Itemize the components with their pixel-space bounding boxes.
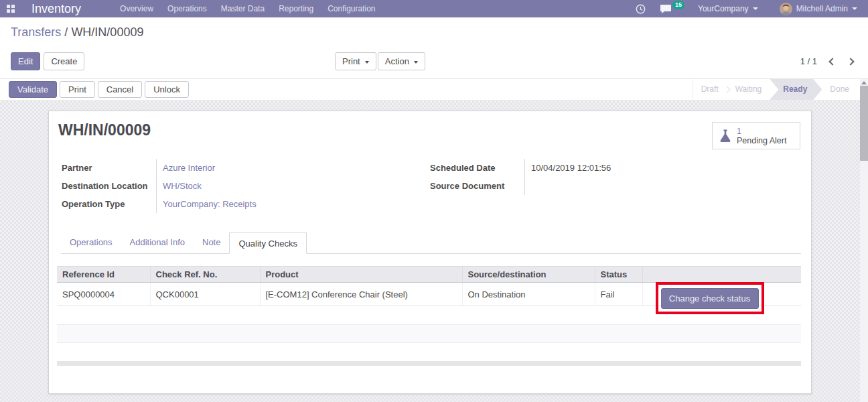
field-operation-type-value[interactable]: YourCompany: Receipts <box>156 195 410 213</box>
field-operation-type-label: Operation Type <box>62 195 156 213</box>
scrollbar-thumb[interactable] <box>860 86 868 161</box>
menu-overview[interactable]: Overview <box>120 4 153 13</box>
print-button[interactable]: Print <box>60 81 95 98</box>
field-destination-location-label: Destination Location <box>62 177 156 195</box>
pending-alert-stat-button[interactable]: 1 Pending Alert <box>712 122 800 149</box>
chevron-down-icon <box>753 7 758 13</box>
print-dropdown-button[interactable]: Print <box>335 52 376 70</box>
status-step-ready[interactable]: Ready <box>770 79 822 100</box>
pending-alert-label: Pending Alert <box>737 136 786 145</box>
column-header-actions <box>642 267 801 283</box>
empty-table-row <box>57 325 801 343</box>
table-row[interactable]: SPQ0000004 QCK00001 [E-COM12] Conference… <box>57 283 801 306</box>
breadcrumb-separator: / <box>61 25 71 39</box>
form-statusbar: Validate Print Cancel Unlock Draft Waiti… <box>0 79 860 100</box>
column-header-product[interactable]: Product <box>260 267 462 283</box>
pager: 1 / 1 <box>800 52 853 70</box>
unlock-button[interactable]: Unlock <box>145 81 189 98</box>
avatar <box>780 3 792 15</box>
table-header-row: Reference Id Check Ref. No. Product Sour… <box>57 267 801 283</box>
flask-icon <box>720 129 731 142</box>
apps-menu-icon[interactable] <box>7 5 15 13</box>
status-step-draft[interactable]: Draft <box>693 79 727 100</box>
cell-product: [E-COM12] Conference Chair (Steel) <box>260 283 462 306</box>
pager-next-icon[interactable] <box>847 58 854 65</box>
field-destination-location-value[interactable]: WH/Stock <box>156 177 410 195</box>
chevron-down-icon <box>852 7 857 13</box>
control-panel: Transfers / WH/IN/00009 Edit Create Prin… <box>0 17 868 79</box>
menu-reporting[interactable]: Reporting <box>279 4 313 13</box>
cell-check-ref-no: QCK00001 <box>150 283 260 306</box>
column-header-check-ref-no[interactable]: Check Ref. No. <box>150 267 260 283</box>
breadcrumb-current: WH/IN/00009 <box>71 25 143 39</box>
cell-status: Fail <box>595 283 642 306</box>
action-dropdown-button[interactable]: Action <box>378 52 425 70</box>
table-horizontal-scrollbar[interactable] <box>57 361 801 366</box>
messages-icon[interactable]: 15 <box>660 4 672 14</box>
menu-operations[interactable]: Operations <box>167 4 207 13</box>
create-button[interactable]: Create <box>44 52 84 70</box>
change-check-status-button[interactable]: Change check status <box>661 288 759 309</box>
pager-value: 1 / 1 <box>800 56 817 66</box>
status-pipeline: Draft Waiting Ready Done <box>693 79 860 100</box>
chevron-down-icon <box>365 61 369 66</box>
top-navbar: Inventory Overview Operations Master Dat… <box>0 0 868 17</box>
field-scheduled-date-value: 10/04/2019 12:01:56 <box>524 159 791 177</box>
column-header-status[interactable]: Status <box>595 267 642 283</box>
cell-reference-id: SPQ0000004 <box>57 283 150 306</box>
quality-checks-table: Reference Id Check Ref. No. Product Sour… <box>57 266 801 366</box>
pending-alert-count: 1 <box>737 127 786 136</box>
status-step-done[interactable]: Done <box>822 79 857 100</box>
activities-clock-icon[interactable] <box>636 4 646 14</box>
messages-count-badge: 15 <box>672 1 684 9</box>
pager-previous-icon[interactable] <box>828 58 836 65</box>
form-view-background: WH/IN/00009 1 Pending Alert Partner Azur… <box>0 101 860 402</box>
field-groups: Partner Azure Interior Destination Locat… <box>49 159 811 213</box>
status-step-waiting[interactable]: Waiting <box>727 79 770 100</box>
tab-note[interactable]: Note <box>194 232 229 253</box>
vertical-scrollbar[interactable] <box>860 79 868 402</box>
field-operation-type: Operation Type YourCompany: Receipts <box>62 195 430 213</box>
tab-additional-info[interactable]: Additional Info <box>121 232 194 253</box>
tab-operations[interactable]: Operations <box>61 232 121 253</box>
cancel-button[interactable]: Cancel <box>98 81 142 98</box>
field-source-document-label: Source Document <box>430 177 524 195</box>
breadcrumb: Transfers / WH/IN/00009 <box>11 24 868 40</box>
edit-button[interactable]: Edit <box>11 52 40 70</box>
record-title: WH/IN/00009 <box>58 121 811 139</box>
field-scheduled-date-label: Scheduled Date <box>430 159 524 177</box>
empty-table-row <box>57 343 801 361</box>
field-partner-label: Partner <box>62 159 156 177</box>
field-destination-location: Destination Location WH/Stock <box>62 177 430 195</box>
column-header-source-destination[interactable]: Source/destination <box>462 267 595 283</box>
cell-actions: Change check status <box>642 283 801 306</box>
field-partner: Partner Azure Interior <box>62 159 430 177</box>
breadcrumb-transfers-link[interactable]: Transfers <box>11 25 61 39</box>
annotation-highlight-box: Change check status <box>656 282 764 314</box>
validate-button[interactable]: Validate <box>9 81 57 98</box>
menu-configuration[interactable]: Configuration <box>328 4 375 13</box>
notebook-tabs: Operations Additional Info Note Quality … <box>61 232 801 254</box>
company-menu[interactable]: YourCompany <box>698 4 758 13</box>
scrollbar-up-arrow-icon[interactable] <box>861 81 867 84</box>
tab-quality-checks[interactable]: Quality Checks <box>229 232 306 254</box>
app-title[interactable]: Inventory <box>31 2 81 16</box>
menu-master-data[interactable]: Master Data <box>221 4 265 13</box>
field-scheduled-date: Scheduled Date 10/04/2019 12:01:56 <box>430 159 811 177</box>
form-sheet: WH/IN/00009 1 Pending Alert Partner Azur… <box>48 111 812 394</box>
chevron-down-icon <box>414 61 418 66</box>
field-partner-value[interactable]: Azure Interior <box>156 159 410 177</box>
user-menu[interactable]: Mitchell Admin <box>780 3 857 15</box>
column-header-reference-id[interactable]: Reference Id <box>57 267 150 283</box>
field-source-document-value <box>524 177 791 195</box>
field-source-document: Source Document <box>430 177 811 195</box>
cell-source-destination: On Destination <box>462 283 595 306</box>
